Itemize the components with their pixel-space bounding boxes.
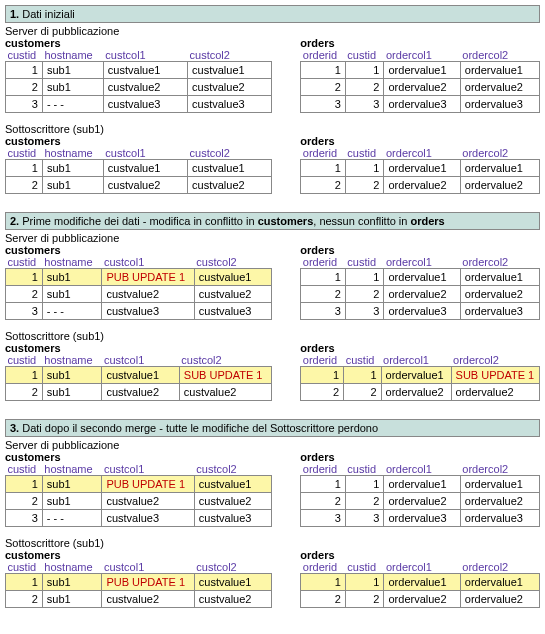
cell: custvalue1 xyxy=(188,62,272,79)
col-header: orderid xyxy=(301,354,344,367)
cell: 2 xyxy=(301,384,344,401)
cell: custvalue3 xyxy=(103,96,187,113)
cell: 1 xyxy=(301,160,345,177)
col-header: ordercol1 xyxy=(384,49,460,62)
cell: 2 xyxy=(345,286,384,303)
col-header: ordercol1 xyxy=(384,561,460,574)
section-header: 2. Prime modifiche dei dati - modifica i… xyxy=(5,212,540,230)
col-header: orderid xyxy=(301,256,345,269)
table-row: 22ordervalue2ordervalue2 xyxy=(301,286,540,303)
cell: 1 xyxy=(6,269,43,286)
col-header: custid xyxy=(6,561,43,574)
col-header: ordercol1 xyxy=(384,147,460,160)
cell: custvalue3 xyxy=(102,510,194,527)
table-row: 1sub1PUB UPDATE 1custvalue1 xyxy=(6,269,272,286)
group-label: Sottoscrittore (sub1) xyxy=(5,123,540,135)
col-header: custid xyxy=(345,147,384,160)
table-row: 1sub1PUB UPDATE 1custvalue1 xyxy=(6,574,272,591)
col-header: hostname xyxy=(42,147,103,160)
table-row: 3- - -custvalue3custvalue3 xyxy=(6,96,272,113)
cell: custvalue2 xyxy=(102,591,194,608)
cell: 3 xyxy=(301,303,345,320)
col-header: orderid xyxy=(301,147,345,160)
col-header: hostname xyxy=(42,561,102,574)
col-header: custid xyxy=(345,256,384,269)
table-row: 1sub1custvalue1custvalue1 xyxy=(6,160,272,177)
cell: 3 xyxy=(6,96,43,113)
group-label: Sottoscrittore (sub1) xyxy=(5,537,540,549)
cell: ordervalue2 xyxy=(384,177,460,194)
cell: 1 xyxy=(6,476,43,493)
group-label: Server di pubblicazione xyxy=(5,232,540,244)
cell: 1 xyxy=(301,62,345,79)
data-table: orderidcustidordercol1ordercol211orderva… xyxy=(300,256,540,320)
orders-block: ordersorderidcustidordercol1ordercol211o… xyxy=(300,342,540,401)
data-table: custidhostnamecustcol1custcol21sub1PUB U… xyxy=(5,463,272,527)
table-title: orders xyxy=(300,549,540,561)
col-header: custcol2 xyxy=(194,561,271,574)
col-header: custcol1 xyxy=(102,256,194,269)
cell: 2 xyxy=(345,177,384,194)
col-header: custid xyxy=(345,561,384,574)
customers-block: customerscustidhostnamecustcol1custcol21… xyxy=(5,244,272,320)
col-header: custid xyxy=(6,256,43,269)
cell: custvalue1 xyxy=(194,574,271,591)
cell: custvalue2 xyxy=(194,591,271,608)
table-row: 3- - -custvalue3custvalue3 xyxy=(6,303,272,320)
cell: 1 xyxy=(6,160,43,177)
tables-row: customerscustidhostnamecustcol1custcol21… xyxy=(5,244,540,320)
col-header: custcol1 xyxy=(102,463,194,476)
cell: 2 xyxy=(6,591,43,608)
col-header: hostname xyxy=(42,256,102,269)
table-title: orders xyxy=(300,135,540,147)
cell: 2 xyxy=(6,79,43,96)
cell: custvalue2 xyxy=(179,384,271,401)
cell: ordervalue2 xyxy=(451,384,539,401)
cell: SUB UPDATE 1 xyxy=(179,367,271,384)
cell: 2 xyxy=(301,493,345,510)
cell: ordervalue1 xyxy=(460,574,539,591)
cell: PUB UPDATE 1 xyxy=(102,476,194,493)
data-table: orderidcustidordercol1ordercol211orderva… xyxy=(300,354,540,401)
customers-block: customerscustidhostnamecustcol1custcol21… xyxy=(5,135,272,194)
col-header: custcol1 xyxy=(103,147,187,160)
cell: 1 xyxy=(301,367,344,384)
tables-row: customerscustidhostnamecustcol1custcol21… xyxy=(5,549,540,608)
col-header: orderid xyxy=(301,463,345,476)
cell: sub1 xyxy=(42,79,103,96)
orders-block: ordersorderidcustidordercol1ordercol211o… xyxy=(300,135,540,194)
col-header: custid xyxy=(6,463,43,476)
cell: ordervalue1 xyxy=(384,269,460,286)
cell: custvalue2 xyxy=(102,384,179,401)
cell: SUB UPDATE 1 xyxy=(451,367,539,384)
table-row: 11ordervalue1ordervalue1 xyxy=(301,160,540,177)
group-label: Sottoscrittore (sub1) xyxy=(5,330,540,342)
cell: custvalue3 xyxy=(188,96,272,113)
table-row: 2sub1custvalue2custvalue2 xyxy=(6,591,272,608)
customers-block: customerscustidhostnamecustcol1custcol21… xyxy=(5,37,272,113)
col-header: custcol2 xyxy=(188,49,272,62)
table-title: customers xyxy=(5,451,272,463)
cell: 3 xyxy=(345,96,384,113)
orders-block: ordersorderidcustidordercol1ordercol211o… xyxy=(300,37,540,113)
cell: ordervalue2 xyxy=(460,177,539,194)
cell: sub1 xyxy=(42,62,103,79)
cell: 1 xyxy=(6,367,43,384)
cell: 2 xyxy=(301,79,345,96)
cell: ordervalue3 xyxy=(384,303,460,320)
col-header: custid xyxy=(6,49,43,62)
tables-row: customerscustidhostnamecustcol1custcol21… xyxy=(5,451,540,527)
table-row: 1sub1custvalue1SUB UPDATE 1 xyxy=(6,367,272,384)
cell: ordervalue1 xyxy=(460,269,539,286)
table-row: 3- - -custvalue3custvalue3 xyxy=(6,510,272,527)
cell: ordervalue3 xyxy=(384,96,460,113)
col-header: custcol2 xyxy=(194,256,271,269)
cell: ordervalue1 xyxy=(381,367,451,384)
cell: 3 xyxy=(345,303,384,320)
tables-row: customerscustidhostnamecustcol1custcol21… xyxy=(5,37,540,113)
cell: ordervalue3 xyxy=(384,510,460,527)
table-title: orders xyxy=(300,244,540,256)
cell: 1 xyxy=(344,367,381,384)
orders-block: ordersorderidcustidordercol1ordercol211o… xyxy=(300,451,540,527)
cell: 2 xyxy=(301,286,345,303)
